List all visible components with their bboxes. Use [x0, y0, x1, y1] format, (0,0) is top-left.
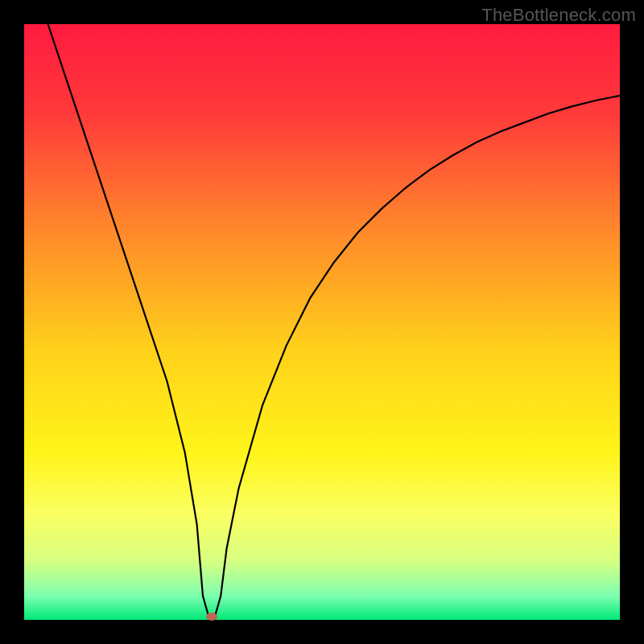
optimal-point-marker [206, 613, 217, 621]
bottleneck-curve [24, 24, 620, 620]
plot-area [24, 24, 620, 620]
chart-frame [24, 24, 620, 620]
watermark-text: TheBottleneck.com [481, 5, 636, 26]
